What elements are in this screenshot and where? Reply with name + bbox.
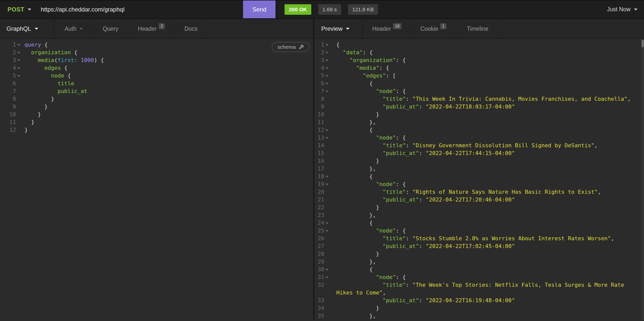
fold-toggle-icon[interactable] <box>324 134 330 142</box>
line-number: 8 <box>314 95 324 103</box>
tab-query[interactable]: Query <box>93 19 128 39</box>
code-line: 26 "title": "Stocks Stumble 2.8% as Worr… <box>314 234 644 242</box>
fold-gutter <box>324 142 330 149</box>
fold-toggle-icon[interactable] <box>324 41 330 49</box>
line-number: 12 <box>0 126 16 134</box>
code-text: "title": "Stocks Stumble 2.8% as Worries… <box>336 234 614 242</box>
line-number: 7 <box>314 87 324 95</box>
code-text: query { <box>24 41 48 49</box>
tab-docs[interactable]: Docs <box>175 19 207 39</box>
code-line: 8 "title": "This Week In Trivia: Cannabi… <box>314 95 644 103</box>
fold-toggle-icon[interactable] <box>324 273 330 281</box>
fold-toggle-icon[interactable] <box>324 80 330 87</box>
fold-toggle-icon[interactable] <box>324 172 330 180</box>
scrollbar-thumb[interactable] <box>642 40 644 47</box>
fold-toggle-icon[interactable] <box>16 56 22 64</box>
view-mode-label: Preview <box>321 25 342 32</box>
code-line: 30 { <box>314 265 644 273</box>
fold-toggle-icon[interactable] <box>16 72 22 80</box>
code-line: 2 organization { <box>0 49 313 56</box>
code-line: 31 "node": { <box>314 273 644 281</box>
url-input[interactable]: https://api.cheddar.com/graphql <box>41 1 243 18</box>
line-number: 24 <box>314 219 324 227</box>
code-line: 9 "public_at": "2022-04-22T18:03:17-04:0… <box>314 103 644 111</box>
response-preview-editor[interactable]: 1{2 "data": {3 "organization": {4 "media… <box>314 39 644 320</box>
code-line: 17 }, <box>314 165 644 172</box>
line-number: 1 <box>314 41 324 49</box>
tab-header[interactable]: Header 2 <box>128 19 175 39</box>
tab-auth[interactable]: Auth <box>54 19 93 39</box>
line-number: 6 <box>0 80 16 87</box>
line-number: 29 <box>314 258 324 265</box>
line-number: 26 <box>314 234 324 242</box>
fold-toggle-icon[interactable] <box>16 41 22 49</box>
line-number: 11 <box>0 118 16 126</box>
line-number: 8 <box>0 95 16 103</box>
scrollbar-track[interactable] <box>641 39 644 320</box>
fold-toggle-icon[interactable] <box>324 49 330 56</box>
code-line: 4 edges { <box>0 64 313 72</box>
fold-toggle-icon[interactable] <box>324 56 330 64</box>
code-line: 29 }, <box>314 258 644 265</box>
wrench-icon <box>299 45 304 50</box>
fold-toggle-icon[interactable] <box>324 64 330 72</box>
line-number: 10 <box>314 111 324 118</box>
send-button[interactable]: Send <box>243 1 276 18</box>
line-number: 2 <box>0 49 16 56</box>
fold-toggle-icon[interactable] <box>324 72 330 80</box>
code-text: "node": { <box>336 134 406 142</box>
code-text: "title": "Rights of Nature Says Nature H… <box>336 188 601 196</box>
fold-toggle-icon[interactable] <box>324 126 330 134</box>
line-number: 1 <box>0 41 16 49</box>
code-line: 2 "data": { <box>314 49 644 56</box>
code-line: 10 } <box>314 111 644 118</box>
code-line: 18 { <box>314 172 644 180</box>
fold-toggle-icon[interactable] <box>324 180 330 188</box>
line-number: 25 <box>314 227 324 234</box>
header-count-badge: 2 <box>159 23 165 29</box>
fold-toggle-icon[interactable] <box>324 87 330 95</box>
line-number: 30 <box>314 265 324 273</box>
fold-toggle-icon[interactable] <box>324 265 330 273</box>
fold-toggle-icon[interactable] <box>324 219 330 227</box>
code-text: }, <box>336 258 376 265</box>
code-text: "public_at": "2022-04-22T17:02:45-04:00" <box>336 242 515 250</box>
code-line: 19 "node": { <box>314 180 644 188</box>
fold-gutter <box>324 296 330 304</box>
cookie-count-badge: 1 <box>440 23 446 29</box>
graphql-query-editor[interactable]: schema 1query {2 organization {3 media(f… <box>0 39 313 320</box>
line-number: 35 <box>314 312 324 320</box>
fold-gutter <box>16 126 22 134</box>
response-panel: Preview Header 18 Cookie 1 Timeline 1{2 … <box>314 19 644 320</box>
code-line: 6 title <box>0 80 313 87</box>
code-line: 28 } <box>314 250 644 258</box>
line-number: 9 <box>314 103 324 111</box>
code-line: 1query { <box>0 41 313 49</box>
method-label: POST <box>8 6 24 13</box>
code-text: node { <box>24 72 71 80</box>
fold-toggle-icon[interactable] <box>16 49 22 56</box>
tab-timeline[interactable]: Timeline <box>456 19 499 39</box>
history-dropdown[interactable]: Just Now <box>607 6 638 13</box>
code-line: Hikes to Come", <box>314 289 644 296</box>
view-mode-dropdown[interactable]: Preview <box>314 19 363 39</box>
fold-toggle-icon[interactable] <box>16 64 22 72</box>
code-line: 16 } <box>314 157 644 165</box>
code-text: }, <box>336 211 376 219</box>
code-text: public_at <box>24 87 88 95</box>
fold-gutter <box>324 312 330 320</box>
code-line: 21 "public_at": "2022-04-22T17:20:46-04:… <box>314 196 644 203</box>
code-text: "public_at": "2022-04-22T17:44:15-04:00" <box>336 149 515 157</box>
tab-response-header[interactable]: Header 18 <box>363 19 411 39</box>
fold-toggle-icon[interactable] <box>324 227 330 234</box>
body-type-dropdown[interactable]: GraphQL <box>0 19 54 39</box>
code-line: 5 node { <box>0 72 313 80</box>
code-text: title <box>24 80 74 87</box>
method-selector[interactable]: POST <box>0 1 31 18</box>
code-line: 35 }, <box>314 312 644 320</box>
code-line: 25 "node": { <box>314 227 644 234</box>
fold-gutter <box>16 95 22 103</box>
code-text: } <box>336 203 379 211</box>
schema-button[interactable]: schema <box>272 42 309 52</box>
tab-cookie[interactable]: Cookie 1 <box>411 19 456 39</box>
